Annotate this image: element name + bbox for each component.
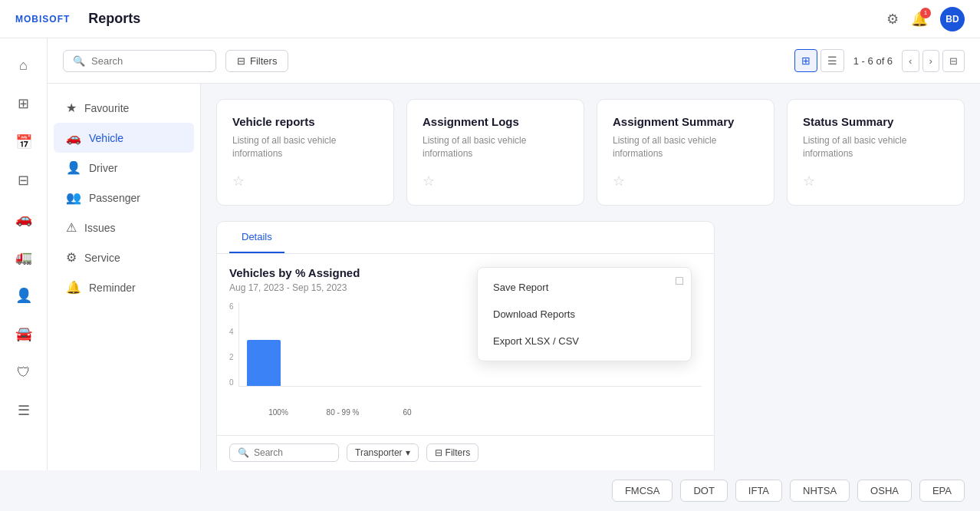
- pagination-info: 1 - 6 of 6: [847, 55, 899, 67]
- view-controls: ⊞ ☰ 1 - 6 of 6 ‹ › ⊟: [794, 49, 965, 72]
- logo: MOBISOFT: [15, 14, 70, 25]
- card-status-summary[interactable]: Status Summary Listing of all basic vehi…: [787, 99, 965, 206]
- row-with-panels: ★ Favourite 🚗 Vehicle 👤 Driver 👥 Passeng…: [48, 84, 980, 511]
- prev-page-button[interactable]: ‹: [902, 50, 919, 72]
- vehicle-icon: 🚗: [66, 130, 81, 145]
- tag-dot[interactable]: DOT: [680, 480, 727, 502]
- tag-epa[interactable]: EPA: [919, 480, 965, 502]
- chevron-down-icon: ▾: [406, 447, 410, 458]
- tag-ifta[interactable]: IFTA: [735, 480, 782, 502]
- transporter-select[interactable]: Transporter ▾: [347, 443, 419, 462]
- inner-content: Vehicle reports Listing of all basic veh…: [201, 84, 980, 511]
- chart-bar-group-0: [247, 302, 281, 386]
- nav-item-driver[interactable]: 👤 Driver: [54, 153, 194, 183]
- sidebar-item-grid[interactable]: ⊟: [6, 163, 41, 198]
- bottom-tags: FMCSA DOT IFTA NHTSA OSHA EPA: [0, 470, 980, 511]
- layout: ⌂ ⊞ 📅 ⊟ 🚗 🚛 👤 🚘 🛡 ☰ 🔍 ⊟ Filters ⊞ ☰ 1: [0, 38, 980, 511]
- context-menu: □ Save Report Download Reports Export XL…: [477, 267, 692, 361]
- detail-tabs: Details: [217, 222, 714, 254]
- sidebar-item-list2[interactable]: ☰: [6, 393, 41, 428]
- notification-wrapper[interactable]: 🔔 1: [911, 11, 928, 28]
- sidebar-item-person[interactable]: 👤: [6, 278, 41, 313]
- search-icon: 🔍: [73, 55, 85, 67]
- settings-icon[interactable]: ⚙: [886, 11, 899, 28]
- sidebar-item-calendar[interactable]: 📅: [6, 124, 41, 160]
- menu-item-export-xlsx[interactable]: Export XLSX / CSV: [478, 328, 691, 354]
- chart-bar-group-2: [376, 302, 409, 386]
- sidebar-item-car[interactable]: 🚗: [6, 201, 41, 236]
- page-title: Reports: [88, 11, 886, 27]
- filter-icon: ⊟: [237, 55, 245, 67]
- y-label-0: 0: [229, 378, 234, 387]
- sidebar-item-truck[interactable]: 🚛: [6, 239, 41, 275]
- detail-panel-wrapper: Details Vehicles by % Assigned Aug 17, 2…: [216, 221, 715, 511]
- y-label-2: 2: [229, 353, 234, 361]
- x-label-1: 80 - 99 %: [326, 408, 360, 417]
- content-body: Vehicle reports Listing of all basic veh…: [201, 84, 980, 511]
- service-icon: ⚙: [66, 250, 77, 265]
- reminder-icon: 🔔: [66, 280, 81, 295]
- table-toolbar: 🔍 Transporter ▾ ⊟ Filters: [217, 435, 714, 470]
- filter-button[interactable]: ⊟ Filters: [225, 50, 288, 72]
- issues-icon: ⚠: [66, 220, 77, 235]
- card-assignment-logs[interactable]: Assignment Logs Listing of all basic veh…: [406, 99, 584, 206]
- header: MOBISOFT Reports ⚙ 🔔 1 BD: [0, 0, 980, 38]
- card-star-2[interactable]: ☆: [613, 173, 758, 190]
- tag-osha[interactable]: OSHA: [857, 480, 912, 502]
- card-assignment-summary[interactable]: Assignment Summary Listing of all basic …: [597, 99, 774, 206]
- search-input[interactable]: [91, 55, 199, 67]
- toolbar: 🔍 ⊟ Filters ⊞ ☰ 1 - 6 of 6 ‹ › ⊟: [48, 38, 980, 84]
- x-label-2: 60: [390, 408, 424, 417]
- sidebar-item-shield[interactable]: 🛡: [6, 354, 41, 390]
- sidebar-item-car2[interactable]: 🚘: [6, 316, 41, 351]
- nav-item-favourite[interactable]: ★ Favourite: [54, 93, 194, 123]
- table-search-input[interactable]: [254, 447, 331, 458]
- x-label-0: 100%: [261, 408, 295, 417]
- cards-grid: Vehicle reports Listing of all basic veh…: [216, 99, 965, 206]
- tag-fmcsa[interactable]: FMCSA: [612, 480, 673, 502]
- card-star-0[interactable]: ☆: [232, 173, 378, 190]
- sidebar-item-group[interactable]: ⊞: [6, 86, 41, 121]
- driver-icon: 👤: [66, 160, 81, 175]
- passenger-icon: 👥: [66, 190, 81, 205]
- left-nav: ★ Favourite 🚗 Vehicle 👤 Driver 👥 Passeng…: [48, 84, 201, 511]
- chart-bar-group-1: [311, 302, 345, 386]
- nav-item-passenger[interactable]: 👥 Passenger: [54, 183, 194, 213]
- favourite-icon: ★: [66, 101, 77, 115]
- table-filter-button[interactable]: ⊟ Filters: [426, 443, 479, 462]
- tag-nhtsa[interactable]: NHTSA: [790, 480, 850, 502]
- tab-details[interactable]: Details: [229, 222, 284, 253]
- nav-item-vehicle[interactable]: 🚗 Vehicle: [54, 123, 194, 153]
- chart-x-labels: 100% 80 - 99 % 60: [229, 408, 702, 417]
- nav-item-reminder[interactable]: 🔔 Reminder: [54, 272, 194, 302]
- search-box[interactable]: 🔍: [63, 50, 216, 72]
- list-view-button[interactable]: ☰: [821, 49, 844, 72]
- main-content: 🔍 ⊟ Filters ⊞ ☰ 1 - 6 of 6 ‹ › ⊟ ★: [48, 38, 980, 511]
- close-icon[interactable]: □: [676, 274, 683, 288]
- chart-bar-0: [247, 340, 281, 386]
- menu-item-download-reports[interactable]: Download Reports: [478, 301, 691, 328]
- notification-badge: 1: [920, 8, 931, 18]
- nav-item-service[interactable]: ⚙ Service: [54, 242, 194, 272]
- header-icons: ⚙ 🔔 1 BD: [886, 7, 965, 31]
- card-star-3[interactable]: ☆: [803, 173, 949, 190]
- split-view-button[interactable]: ⊟: [942, 50, 965, 72]
- filter-icon2: ⊟: [435, 447, 442, 458]
- grid-view-button[interactable]: ⊞: [794, 49, 817, 72]
- detail-panel: Details Vehicles by % Assigned Aug 17, 2…: [216, 221, 715, 511]
- table-search-icon: 🔍: [238, 447, 249, 458]
- y-label-6: 6: [229, 302, 234, 311]
- table-search[interactable]: 🔍: [229, 443, 339, 462]
- sidebar: ⌂ ⊞ 📅 ⊟ 🚗 🚛 👤 🚘 🛡 ☰: [0, 38, 48, 511]
- y-label-4: 4: [229, 328, 234, 336]
- menu-item-save-report[interactable]: Save Report: [478, 274, 691, 301]
- sidebar-item-home[interactable]: ⌂: [6, 48, 41, 83]
- card-star-1[interactable]: ☆: [423, 173, 568, 190]
- card-vehicle-reports[interactable]: Vehicle reports Listing of all basic veh…: [216, 99, 394, 206]
- nav-item-issues[interactable]: ⚠ Issues: [54, 213, 194, 242]
- logo-text: MOBISOFT: [15, 14, 70, 25]
- next-page-button[interactable]: ›: [922, 50, 939, 72]
- chart-y-axis: 6 4 2 0: [229, 302, 238, 402]
- avatar[interactable]: BD: [940, 7, 965, 31]
